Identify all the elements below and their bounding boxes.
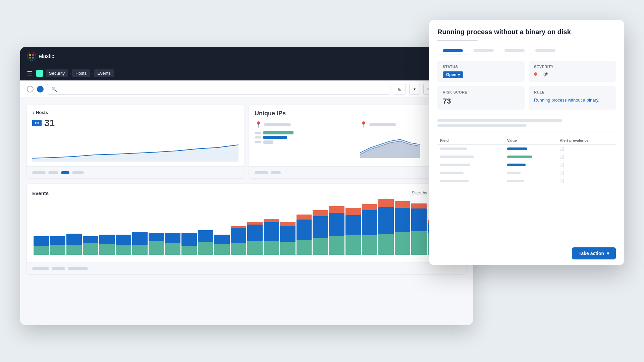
- bar-group: [149, 233, 164, 255]
- hosts-line-chart: [32, 138, 238, 165]
- alert-footer: Take action ▾: [429, 242, 624, 265]
- take-action-button[interactable]: Take action ▾: [572, 247, 616, 259]
- filter-toggle-filled[interactable]: [37, 86, 44, 93]
- ips-footer-pill-1: [255, 171, 268, 174]
- rule-link[interactable]: Running process without a binary...: [534, 98, 602, 103]
- data-table: Field Value Alert prevalence: [437, 136, 616, 185]
- value-ph-5: [507, 180, 524, 182]
- events-header: Events Stack by event.action ▾: [32, 189, 461, 197]
- bar-group: [378, 199, 394, 255]
- bar-group: [345, 208, 361, 255]
- svg-point-2: [32, 54, 34, 56]
- bar-group: [280, 222, 296, 255]
- events-title: Events: [32, 190, 49, 196]
- status-label: Status: [443, 65, 519, 69]
- ph-line-1: [437, 119, 562, 122]
- field-ph-1: [440, 147, 467, 150]
- value-ph-4: [507, 172, 521, 174]
- pin-icon-right: 📍: [360, 121, 367, 128]
- bar-group: [395, 201, 410, 255]
- ip-bar-label-1: [255, 132, 261, 134]
- ip-bar-2: [263, 136, 287, 139]
- info-grid: Status Open ▾ Severity High Risk Score 7…: [437, 61, 616, 110]
- events-card: Events Stack by event.action ▾: [27, 184, 466, 274]
- content-area: ∨ Hosts: [20, 98, 473, 325]
- hosts-count: 31: [32, 118, 238, 128]
- field-ph-3: [440, 164, 470, 166]
- grid-view-btn[interactable]: ⊞: [394, 84, 406, 95]
- checkbox-2[interactable]: [560, 155, 564, 159]
- bar-group: [116, 235, 131, 255]
- events-footer-pill-1: [32, 267, 49, 270]
- hosts-icon: [32, 120, 42, 126]
- header: elastic ⚙: [20, 47, 473, 66]
- take-action-label: Take action: [579, 251, 604, 256]
- status-value: Open: [446, 72, 457, 77]
- elastic-logo-icon: [27, 52, 36, 61]
- search-input[interactable]: 🔍: [47, 84, 390, 95]
- svg-point-3: [29, 57, 31, 59]
- bar-group: [247, 222, 263, 255]
- rule-label: Rule: [534, 90, 610, 94]
- hosts-card-title: ∨ Hosts: [32, 110, 238, 115]
- tab-table[interactable]: [468, 47, 499, 55]
- filter-toggle-empty[interactable]: [27, 86, 34, 93]
- ip-bars-left: [255, 131, 356, 144]
- bar-chart: [32, 201, 461, 255]
- divider-2: [437, 132, 616, 132]
- risk-score-value: 73: [443, 97, 519, 106]
- breadcrumb-events[interactable]: Events: [94, 69, 114, 77]
- alert-title-underline: [437, 40, 478, 41]
- ip-bar-label-2: [255, 136, 261, 138]
- table-row: [437, 169, 616, 177]
- tab-json[interactable]: [499, 47, 530, 55]
- checkbox-4[interactable]: [560, 171, 564, 175]
- hosts-card: ∨ Hosts: [27, 105, 244, 178]
- checkbox-5[interactable]: [560, 179, 564, 183]
- checkbox-1[interactable]: [560, 147, 564, 151]
- value-col-header: Value: [504, 136, 557, 145]
- bar-group: [66, 234, 82, 255]
- breadcrumb-security[interactable]: Security: [46, 69, 68, 77]
- bar-group: [34, 236, 49, 255]
- ip-location-ph-right: [369, 123, 396, 126]
- breadcrumb-sep-2: ›: [91, 71, 93, 76]
- footer-pill-active: [61, 171, 69, 174]
- tab-osquery[interactable]: [530, 47, 561, 55]
- status-badge[interactable]: Open ▾: [443, 71, 463, 78]
- risk-score-label: Risk Score: [443, 90, 519, 94]
- events-footer-pill-2: [52, 267, 65, 270]
- ip-bar-1: [263, 131, 293, 134]
- ips-footer-pill-2: [271, 171, 281, 174]
- ip-bar-3: [263, 140, 273, 144]
- main-window: elastic ⚙ ☰ Security › Hosts › Events: [20, 47, 473, 325]
- breadcrumb-hosts[interactable]: Hosts: [72, 69, 90, 77]
- logo: elastic: [27, 52, 54, 61]
- ip-col-left-header: 📍: [255, 121, 356, 128]
- svg-point-4: [32, 57, 34, 59]
- ip-bar-row-3: [255, 140, 356, 144]
- bar-group: [181, 233, 197, 255]
- ip-bar-row-1: [255, 131, 356, 134]
- alert-tabs: [437, 47, 616, 55]
- severity-dot: [534, 72, 537, 76]
- alert-panel: Running process without a binary on disk: [429, 20, 624, 265]
- svg-marker-5: [32, 145, 238, 162]
- table-row: [437, 145, 616, 153]
- placeholder-section-1: [437, 119, 616, 127]
- table-row: [437, 161, 616, 169]
- svg-marker-7: [360, 139, 420, 158]
- table-row: [437, 153, 616, 161]
- dropdown-btn[interactable]: ▾: [409, 84, 420, 95]
- status-chevron: ▾: [458, 72, 460, 77]
- menu-icon[interactable]: ☰: [27, 70, 32, 77]
- tab-summary[interactable]: [437, 47, 468, 55]
- events-chart-footer: [27, 262, 466, 274]
- ip-bar-label-3: [255, 141, 261, 143]
- toolbar: 🔍 ⊞ ▾ ↺: [20, 80, 473, 98]
- bar-group: [411, 203, 427, 255]
- events-footer-pill-3: [68, 267, 88, 270]
- logo-text: elastic: [39, 53, 54, 59]
- checkbox-3[interactable]: [560, 163, 564, 167]
- value-bar-2: [507, 156, 532, 158]
